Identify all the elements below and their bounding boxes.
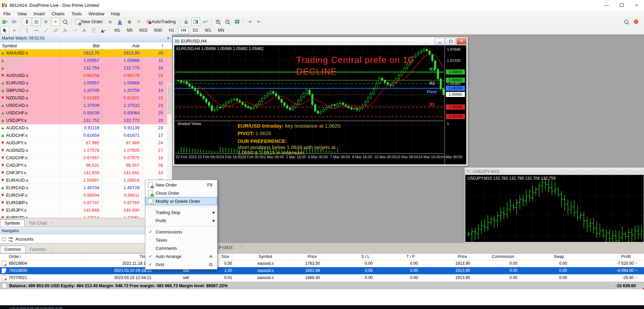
terminal-toggle[interactable]: ★: [51, 18, 60, 26]
menu-item-taxes[interactable]: Taxes: [145, 236, 217, 244]
new-order-button[interactable]: + New Order: [73, 18, 105, 26]
menu-view[interactable]: View: [14, 11, 30, 17]
tab-favorites[interactable]: Favorites: [26, 246, 50, 253]
experts-button[interactable]: [115, 18, 124, 26]
andrews-pitchfork-tool[interactable]: ⋯F: [70, 26, 79, 34]
market-watch-close-icon[interactable]: ✕: [167, 36, 170, 40]
menu-item-trailing-stop[interactable]: Trailing Stop▶: [145, 208, 217, 216]
eurusd-price-scale[interactable]: 1.076401.072201.063801.068001.065001.062…: [445, 45, 466, 164]
horizontal-line-tool[interactable]: [32, 26, 41, 34]
menu-file[interactable]: File: [0, 11, 14, 17]
timeframe-h4[interactable]: H4: [178, 27, 189, 34]
strategy-tester-toggle[interactable]: [61, 18, 69, 26]
menu-item-comments[interactable]: Comments: [145, 244, 217, 252]
market-watch-row[interactable]: GBPUSD.s1.207451.2075914: [0, 87, 172, 94]
arrows-tool[interactable]: ▲▾: [99, 26, 108, 34]
timeframe-h1[interactable]: H1: [166, 27, 177, 34]
zoom-out-button[interactable]: −: [223, 18, 232, 26]
timeframe-m15[interactable]: M15: [136, 27, 150, 34]
autotrading-button[interactable]: AutoTrading: [144, 18, 178, 26]
market-watch-row[interactable]: EURUSD.s1.059571.0596811: [0, 79, 172, 87]
close-order-icon[interactable]: ×: [635, 267, 642, 274]
market-watch-row[interactable]: AUDNZD.s1.075781.0760527: [0, 147, 172, 154]
header-price[interactable]: Price: [279, 254, 320, 260]
menu-tools[interactable]: Tools: [68, 11, 85, 17]
equidistant-channel-tool[interactable]: [51, 26, 60, 34]
eurusd-window-titlebar[interactable]: EURUSD,H4 ▁ ✕: [173, 37, 468, 45]
header-time[interactable]: Time: [85, 254, 151, 260]
news-button[interactable]: ◉: [125, 18, 134, 26]
timeframe-m5[interactable]: M5: [124, 27, 135, 34]
column-spread[interactable]: !: [142, 42, 166, 49]
line-chart-button[interactable]: [201, 18, 210, 26]
chart-window-usdjpy[interactable]: USDJPY,M15 USDJPY,M15 132.783 132.799 13…: [464, 167, 644, 243]
close-button[interactable]: ×: [629, 0, 644, 10]
market-watch-row[interactable]: AUDCHF.s0.616540.6167117: [0, 132, 172, 139]
market-watch-row[interactable]: CADJPY.s96.53196.55726: [0, 162, 172, 169]
header-profit[interactable]: Profit: [569, 254, 634, 260]
cursor-tool[interactable]: [0, 26, 9, 34]
close-order-icon[interactable]: ×: [635, 260, 642, 267]
market-watch-row[interactable]: USDJPY.s132.752132.77220: [0, 117, 172, 124]
tab-tick-chart[interactable]: Tick Chart: [25, 220, 51, 227]
market-watch-row[interactable]: USDCAD.s1.375091.3753223: [0, 102, 172, 109]
navigator-toggle[interactable]: ⊕: [42, 18, 50, 26]
menu-item-grid[interactable]: ✓GridG: [145, 260, 217, 269]
tile-windows-button[interactable]: [232, 18, 241, 26]
menu-insert[interactable]: Insert: [30, 11, 48, 17]
header-swap[interactable]: Swap: [520, 254, 567, 260]
close-order-icon[interactable]: ×: [635, 274, 642, 281]
column-symbol[interactable]: Symbol: [0, 42, 60, 49]
eurusd-chart-area[interactable]: EURUSD,H4 1.05896 1.05989 1.05862 1.0596…: [174, 45, 466, 164]
new-chart-button[interactable]: ▦▾: [0, 18, 9, 26]
window-tab-usdjpy[interactable]: PY,M15: [219, 245, 232, 250]
tab-symbols[interactable]: Symbols: [0, 219, 25, 227]
timeframe-mn[interactable]: MN: [215, 27, 227, 34]
profiles-button[interactable]: ⧉▾: [10, 18, 19, 26]
menu-item-new-order[interactable]: +New OrderF9: [145, 181, 217, 189]
header-price[interactable]: Price: [420, 254, 470, 260]
usdjpy-chart-area[interactable]: USDJPY,M15 132.783 132.799 132.708 132.7…: [465, 175, 644, 242]
header-t/p[interactable]: T / P: [374, 254, 418, 260]
metaeditor-button[interactable]: ◆: [106, 18, 115, 26]
tab-common[interactable]: Common: [0, 246, 26, 253]
column-ask[interactable]: Ask: [102, 42, 142, 49]
zoom-in-button[interactable]: +: [213, 18, 222, 26]
text-tool[interactable]: A: [80, 26, 88, 34]
header-s/l[interactable]: S / L: [323, 254, 373, 260]
eurusd-restore-button[interactable]: [446, 38, 456, 45]
chart-shift-button[interactable]: ⇤: [255, 18, 263, 26]
menu-item-profit[interactable]: Profit▶: [145, 216, 217, 225]
market-watch-row[interactable]: AUDUSD.s0.662580.6627618: [0, 72, 172, 79]
timeframe-m1[interactable]: M1: [112, 27, 123, 34]
eurusd-close-button[interactable]: ✕: [456, 38, 467, 45]
minimize-button[interactable]: —: [599, 0, 614, 10]
trendline-tool[interactable]: [42, 26, 50, 34]
terminal-tab-strip[interactable]: ▪ ▪▪▪ ▪▪ ▪▪▪▪▪ ▪▪ ▪▪▪ ▪▪▪▪ ▪▪ ▪▪▪ ▪▪▪▪▪ …: [0, 305, 644, 309]
market-watch-row[interactable]: XAUUSD.s1913.701913.9020: [0, 49, 172, 57]
header-order[interactable]: Order ∕: [0, 254, 85, 260]
order-row[interactable]: 704198302023.03.10 09:28:15sell1.00xauus…: [0, 267, 644, 274]
market-watch-row[interactable]: CADCHF.s0.676570.6767518: [0, 154, 172, 162]
menu-item-modify-or-delete-order[interactable]: ✱Modify or Delete Order: [145, 197, 217, 205]
tree-expander-icon[interactable]: −: [2, 237, 6, 241]
timeframe-d1[interactable]: D1: [190, 27, 201, 34]
menu-item-close-order[interactable]: ✓Close Order: [145, 189, 217, 197]
candlestick-chart-button[interactable]: [191, 18, 200, 26]
timeframe-w1[interactable]: W1: [202, 27, 214, 34]
auto-scroll-button[interactable]: ⇥: [245, 18, 254, 26]
market-watch-row[interactable]: NZDUSD.s0.615830.6160118: [0, 94, 172, 102]
market-watch-row[interactable]: EURUSD1.059571.0596811: [0, 57, 172, 64]
market-watch-row[interactable]: AUDCAD.s0.911160.9113923: [0, 124, 172, 132]
maximize-button[interactable]: [614, 0, 629, 10]
timeframe-m30[interactable]: M30: [151, 27, 165, 34]
text-label-tool[interactable]: T: [89, 26, 98, 34]
menu-help[interactable]: Help: [108, 11, 124, 17]
menu-item-auto-arrange[interactable]: ✓Auto ArrangeA: [145, 252, 217, 260]
market-watch-toggle[interactable]: [22, 18, 31, 26]
usdjpy-window-titlebar[interactable]: USDJPY,M15: [465, 167, 644, 175]
column-bid[interactable]: Bid: [60, 42, 102, 49]
chart-window-eurusd[interactable]: EURUSD,H4 ▁ ✕ EURUSD,H4 1.05896 1.05989 …: [173, 37, 468, 166]
order-row[interactable]: 707700212023.03.15 12:04:21sell0.01xauus…: [0, 274, 644, 281]
market-watch-row[interactable]: CHFJPY.s142.659142.69233: [0, 169, 172, 177]
